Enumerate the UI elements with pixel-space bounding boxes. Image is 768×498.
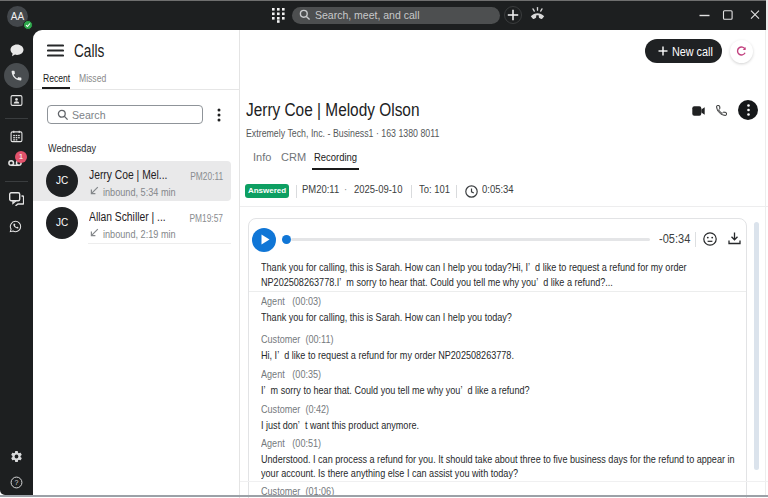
svg-text:?: ? — [15, 479, 19, 486]
